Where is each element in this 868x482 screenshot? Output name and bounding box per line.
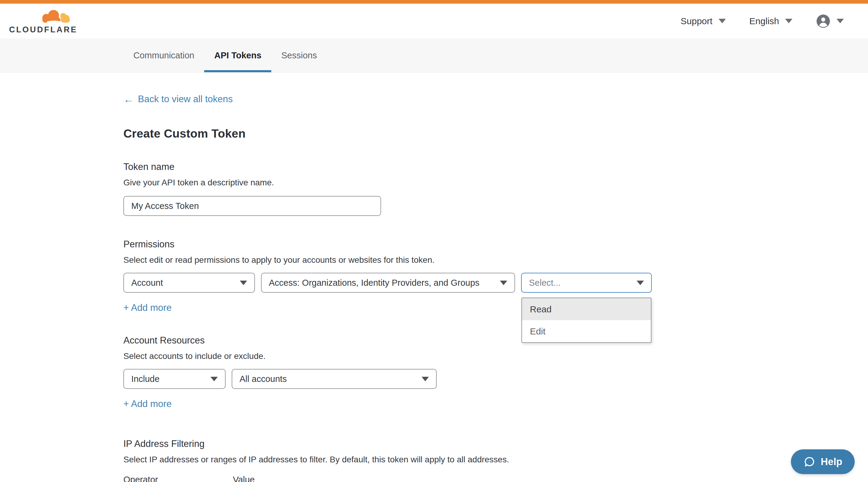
support-menu[interactable]: Support: [681, 16, 726, 26]
cloudflare-wordmark: CLOUDFLARE: [9, 26, 78, 34]
permission-level-select[interactable]: Select...: [521, 273, 652, 293]
permissions-add-more-link[interactable]: + Add more: [123, 302, 172, 313]
chevron-down-icon: [211, 377, 218, 381]
permissions-heading: Permissions: [123, 239, 675, 250]
resource-mode-value: Include: [131, 374, 160, 384]
help-button-label: Help: [821, 456, 843, 468]
ip-filtering-description: Select IP addresses or ranges of IP addr…: [123, 455, 675, 464]
token-name-input[interactable]: [123, 196, 381, 216]
chevron-down-icon: [719, 19, 726, 23]
account-resources-section: Account Resources Select accounts to inc…: [123, 335, 675, 410]
cloudflare-cloud-icon: [38, 8, 71, 25]
support-menu-label: Support: [681, 16, 713, 26]
chevron-down-icon: [837, 19, 844, 23]
tab-communication[interactable]: Communication: [123, 38, 204, 72]
help-button[interactable]: Help: [791, 449, 855, 474]
token-name-section: Token name Give your API token a descrip…: [123, 161, 675, 216]
permission-scope-select[interactable]: Account: [123, 273, 255, 293]
menu-option-edit[interactable]: Edit: [522, 320, 651, 342]
language-menu[interactable]: English: [749, 16, 793, 26]
tab-label: Sessions: [281, 51, 317, 61]
token-name-heading: Token name: [123, 161, 675, 172]
account-resources-description: Select accounts to include or exclude.: [123, 351, 675, 361]
chevron-down-icon: [637, 281, 644, 285]
account-menu[interactable]: [816, 14, 844, 28]
permissions-description: Select edit or read permissions to apply…: [123, 255, 675, 265]
chevron-down-icon: [422, 377, 429, 381]
user-avatar-icon: [816, 14, 831, 28]
header-nav: Support English: [681, 14, 844, 28]
language-menu-label: English: [749, 16, 779, 26]
chevron-down-icon: [240, 281, 247, 285]
tabbar: Communication API Tokens Sessions: [0, 38, 868, 72]
ip-filtering-labels: Operator Value: [123, 475, 675, 482]
value-label: Value: [233, 475, 255, 482]
tab-label: Communication: [133, 51, 194, 61]
ip-filtering-heading: IP Address Filtering: [123, 439, 675, 449]
permission-level-menu: Read Edit: [521, 297, 651, 343]
operator-label: Operator: [123, 475, 233, 482]
chevron-down-icon: [500, 281, 507, 285]
permission-scope-value: Account: [131, 278, 163, 288]
main-content: ← Back to view all tokens Create Custom …: [0, 72, 675, 482]
permissions-section: Permissions Select edit or read permissi…: [123, 239, 675, 313]
permission-group-select[interactable]: Access: Organizations, Identity Provider…: [261, 273, 515, 293]
account-resources-row: Include All accounts: [123, 369, 675, 389]
permission-level-placeholder: Select...: [529, 278, 561, 288]
permissions-row: Account Access: Organizations, Identity …: [123, 273, 675, 293]
brand-accent-bar: [0, 0, 868, 4]
chat-bubble-icon: [803, 455, 816, 468]
header: CLOUDFLARE Support English: [0, 4, 868, 38]
page-title: Create Custom Token: [123, 127, 675, 140]
permission-level-wrap: Select... Read Edit: [521, 273, 652, 293]
menu-option-read[interactable]: Read: [522, 298, 651, 320]
resource-mode-select[interactable]: Include: [123, 369, 226, 389]
tab-sessions[interactable]: Sessions: [271, 38, 327, 72]
back-link[interactable]: ← Back to view all tokens: [123, 94, 233, 105]
resource-target-select[interactable]: All accounts: [232, 369, 437, 389]
ip-filtering-section: IP Address Filtering Select IP addresses…: [123, 439, 675, 482]
account-resources-add-more-link[interactable]: + Add more: [123, 398, 172, 410]
permission-group-value: Access: Organizations, Identity Provider…: [269, 278, 479, 288]
chevron-down-icon: [785, 19, 793, 23]
cloudflare-logo[interactable]: CLOUDFLARE: [9, 8, 78, 34]
back-link-label: Back to view all tokens: [138, 94, 233, 105]
tab-label: API Tokens: [214, 51, 261, 61]
arrow-left-icon: ←: [123, 94, 134, 104]
token-name-description: Give your API token a descriptive name.: [123, 178, 675, 188]
resource-target-value: All accounts: [240, 374, 287, 384]
tab-api-tokens[interactable]: API Tokens: [204, 38, 271, 72]
